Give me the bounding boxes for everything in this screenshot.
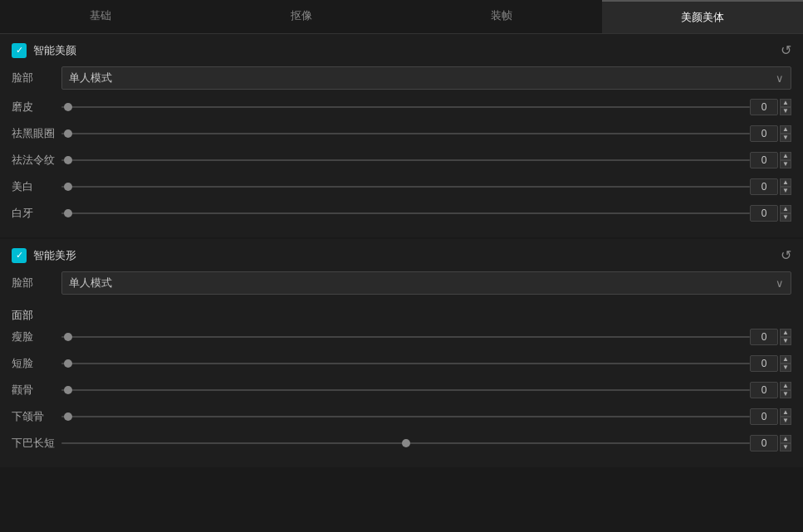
spinner-up-duanlian[interactable]: ▲	[780, 355, 791, 364]
section-title-group-body: ✓ 智能美形	[12, 248, 76, 263]
slider-track-wrap-shoulian[interactable]	[61, 329, 750, 345]
slider-thumb-meibai[interactable]	[64, 183, 72, 191]
slider-row-meibai: 美白 0 ▲ ▼	[12, 176, 791, 198]
spinner-quangu: ▲ ▼	[780, 382, 791, 398]
slider-label-quhei: 祛黑眼圈	[12, 126, 61, 141]
smart-body-reset-icon[interactable]: ↺	[781, 247, 791, 263]
spinner-down-shoulian[interactable]: ▼	[780, 337, 791, 345]
body-dropdown-row: 脸部 单人模式 ∨	[12, 271, 791, 295]
slider-row-shoulian: 瘦脸 0 ▲ ▼	[12, 326, 791, 348]
slider-track-wrap-duanlian[interactable]	[61, 355, 750, 372]
slider-thumb-xiahegu[interactable]	[64, 412, 72, 421]
smart-body-checkbox[interactable]: ✓	[12, 248, 27, 263]
slider-value-box-xiahegu: 0 ▲ ▼	[750, 408, 791, 425]
slider-value-box-shoulian: 0 ▲ ▼	[750, 329, 791, 345]
slider-value-xiabachangduan: 0	[750, 435, 778, 451]
slider-track-duanlian	[61, 363, 750, 364]
spinner-quhei: ▲ ▼	[780, 125, 791, 142]
slider-track-wrap-meibai[interactable]	[61, 178, 750, 195]
smart-face-section: ✓ 智能美颜 ↺ 脸部 单人模式 ∨ 磨皮 0 ▲ ▼ 祛黑眼圈	[0, 34, 803, 237]
spinner-up-qufa[interactable]: ▲	[780, 152, 791, 160]
spinner-down-meibai[interactable]: ▼	[780, 187, 791, 195]
slider-thumb-quhei[interactable]	[64, 129, 72, 138]
slider-label-baiya: 白牙	[12, 206, 61, 221]
slider-thumb-quangu[interactable]	[64, 386, 72, 394]
slider-value-quhei: 0	[750, 125, 778, 142]
spinner-up-quangu[interactable]: ▲	[780, 382, 791, 390]
slider-track-wrap-xiahegu[interactable]	[61, 408, 750, 425]
body-dropdown-label: 脸部	[12, 276, 61, 290]
spinner-up-mopi[interactable]: ▲	[780, 99, 791, 107]
slider-value-quangu: 0	[750, 382, 778, 398]
body-mode-value: 单人模式	[69, 276, 112, 290]
slider-value-box-baiya: 0 ▲ ▼	[750, 205, 791, 222]
slider-value-qufa: 0	[750, 152, 778, 168]
slider-track-wrap-xiabachangduan[interactable]	[61, 435, 750, 451]
slider-track-xiahegu	[61, 416, 750, 417]
body-mode-dropdown[interactable]: 单人模式 ∨	[61, 271, 791, 295]
spinner-duanlian: ▲ ▼	[780, 355, 791, 372]
spinner-down-mopi[interactable]: ▼	[780, 107, 791, 115]
slider-label-duanlian: 短脸	[12, 356, 61, 371]
spinner-up-shoulian[interactable]: ▲	[780, 329, 791, 337]
tab-frame[interactable]: 装帧	[402, 0, 603, 33]
face-mode-value: 单人模式	[69, 71, 112, 85]
tab-portrait[interactable]: 抠像	[201, 0, 402, 33]
slider-track-quangu	[61, 389, 750, 391]
slider-value-box-mopi: 0 ▲ ▼	[750, 99, 791, 115]
slider-value-box-duanlian: 0 ▲ ▼	[750, 355, 791, 372]
slider-row-baiya: 白牙 0 ▲ ▼	[12, 203, 791, 224]
slider-track-baiya	[61, 212, 750, 214]
spinner-up-baiya[interactable]: ▲	[780, 205, 791, 213]
slider-track-wrap-mopi[interactable]	[61, 99, 750, 115]
slider-track-wrap-baiya[interactable]	[61, 205, 750, 222]
slider-value-box-meibai: 0 ▲ ▼	[750, 178, 791, 195]
slider-thumb-mopi[interactable]	[64, 103, 72, 111]
slider-thumb-duanlian[interactable]	[64, 359, 72, 368]
slider-label-xiahegu: 下颌骨	[12, 409, 61, 424]
smart-face-checkbox[interactable]: ✓	[12, 43, 27, 58]
slider-row-quangu: 颧骨 0 ▲ ▼	[12, 379, 791, 401]
spinner-down-qufa[interactable]: ▼	[780, 160, 791, 168]
slider-track-wrap-quhei[interactable]	[61, 125, 750, 142]
tab-beauty[interactable]: 美颜美体	[602, 0, 803, 33]
spinner-up-meibai[interactable]: ▲	[780, 178, 791, 187]
slider-value-xiahegu: 0	[750, 408, 778, 425]
smart-face-reset-icon[interactable]: ↺	[781, 42, 791, 58]
spinner-down-xiabachangduan[interactable]: ▼	[780, 443, 791, 451]
spinner-up-quhei[interactable]: ▲	[780, 125, 791, 134]
tab-bar: 基础 抠像 装帧 美颜美体	[0, 0, 803, 34]
spinner-down-quhei[interactable]: ▼	[780, 134, 791, 142]
spinner-down-quangu[interactable]: ▼	[780, 390, 791, 398]
slider-track-wrap-quangu[interactable]	[61, 382, 750, 398]
slider-value-baiya: 0	[750, 205, 778, 222]
spinner-down-baiya[interactable]: ▼	[780, 213, 791, 222]
slider-thumb-baiya[interactable]	[64, 209, 72, 217]
slider-thumb-qufa[interactable]	[64, 156, 72, 164]
slider-label-qufa: 祛法令纹	[12, 153, 61, 168]
slider-row-mopi: 磨皮 0 ▲ ▼	[12, 96, 791, 118]
slider-value-duanlian: 0	[750, 355, 778, 372]
slider-row-quhei: 祛黑眼圈 0 ▲ ▼	[12, 123, 791, 144]
slider-value-box-quhei: 0 ▲ ▼	[750, 125, 791, 142]
spinner-up-xiahegu[interactable]: ▲	[780, 408, 791, 417]
slider-label-mopi: 磨皮	[12, 100, 61, 115]
slider-label-shoulian: 瘦脸	[12, 329, 61, 344]
face-dropdown-label: 脸部	[12, 71, 61, 85]
smart-body-title: 智能美形	[33, 248, 76, 263]
smart-body-section: ✓ 智能美形 ↺ 脸部 单人模式 ∨ 面部 瘦脸 0 ▲ ▼ 短脸	[0, 239, 803, 467]
spinner-mopi: ▲ ▼	[780, 99, 791, 115]
spinner-xiabachangduan: ▲ ▼	[780, 435, 791, 451]
spinner-up-xiabachangduan[interactable]: ▲	[780, 435, 791, 443]
slider-track-wrap-qufa[interactable]	[61, 152, 750, 168]
face-mode-dropdown[interactable]: 单人模式 ∨	[61, 66, 791, 90]
slider-label-quangu: 颧骨	[12, 383, 61, 398]
tab-basic[interactable]: 基础	[0, 0, 201, 33]
spinner-down-duanlian[interactable]: ▼	[780, 364, 791, 372]
slider-label-xiabachangduan: 下巴长短	[12, 436, 61, 451]
slider-value-shoulian: 0	[750, 329, 778, 345]
slider-thumb-xiabachangduan[interactable]	[402, 439, 410, 447]
chevron-down-icon: ∨	[776, 72, 784, 85]
spinner-down-xiahegu[interactable]: ▼	[780, 417, 791, 425]
slider-thumb-shoulian[interactable]	[64, 333, 72, 341]
